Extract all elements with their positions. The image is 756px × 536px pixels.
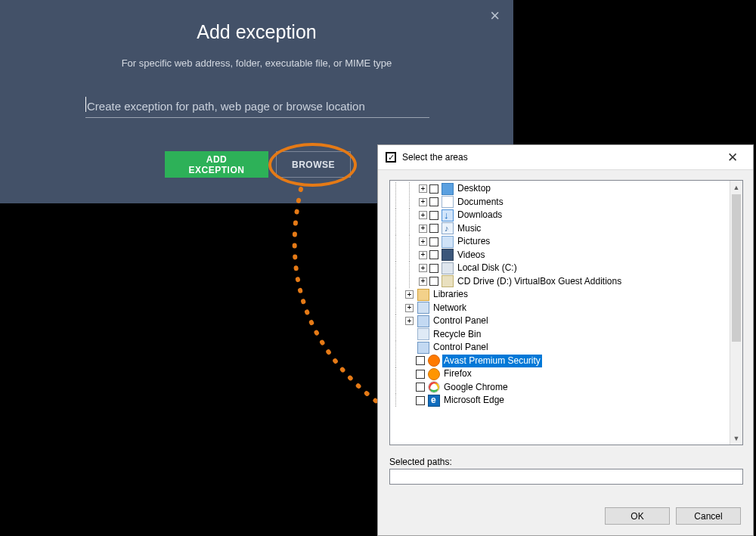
tree-item-label[interactable]: Avast Premium Security	[442, 355, 542, 368]
checkbox[interactable]	[429, 264, 438, 273]
tree-item[interactable]: Google Chrome	[392, 381, 623, 395]
tree-guide	[395, 341, 404, 354]
tree-item-label[interactable]: Control Panel	[432, 314, 490, 328]
checkbox-icon	[386, 152, 396, 163]
tree-item-label[interactable]: Desktop	[456, 182, 492, 196]
expander-icon[interactable]: +	[419, 264, 427, 272]
checkbox[interactable]	[429, 224, 438, 233]
tree-item[interactable]: Recycle Bin	[392, 328, 623, 342]
cd-icon	[442, 275, 454, 287]
button-row: ADD EXCEPTION BROWSE	[165, 151, 351, 178]
checkbox[interactable]	[429, 184, 438, 194]
tree-guide	[395, 288, 404, 301]
tree-scroll-area[interactable]: +Desktop+Documents+Downloads+Music+Pictu…	[390, 181, 730, 445]
tree-guide	[409, 222, 417, 235]
tree-guide	[395, 367, 404, 380]
modal-title: Add exception	[0, 21, 513, 43]
tree-item-label[interactable]: Videos	[456, 249, 486, 262]
expander-icon[interactable]: +	[405, 290, 414, 299]
disk-icon	[442, 262, 454, 274]
tree-item-label[interactable]: Microsoft Edge	[442, 394, 506, 407]
scroll-down-icon[interactable]: ▼	[730, 432, 742, 445]
tree-item[interactable]: +Control Panel	[392, 314, 623, 328]
checkbox[interactable]	[416, 396, 425, 405]
music-icon	[442, 222, 454, 234]
expander-icon[interactable]: +	[419, 277, 427, 286]
browse-dialog: Select the areas ✕ +Desktop+Documents+Do…	[377, 144, 754, 536]
modal-subtitle: For specific web address, folder, execut…	[0, 57, 513, 69]
tree-guide	[395, 209, 404, 222]
tree-item[interactable]: +Pictures	[392, 235, 623, 249]
tree-guide	[395, 302, 404, 314]
tree-guide	[395, 182, 404, 195]
tree-item[interactable]: +Downloads	[392, 209, 623, 222]
tree-guide	[409, 275, 417, 288]
expander-icon[interactable]: +	[419, 251, 427, 259]
tree-item-label[interactable]: Downloads	[456, 209, 503, 222]
tree-item[interactable]: Firefox	[392, 367, 623, 381]
tree-item[interactable]: Microsoft Edge	[392, 394, 623, 407]
expander-icon[interactable]: +	[419, 237, 427, 246]
tree-item-label[interactable]: Music	[456, 222, 482, 236]
exception-path-input[interactable]	[85, 95, 429, 118]
tree-item[interactable]: +Local Disk (C:)	[392, 262, 623, 275]
add-exception-button[interactable]: ADD EXCEPTION	[165, 151, 268, 178]
tree-item-label[interactable]: Documents	[456, 196, 505, 209]
tree-item-label[interactable]: Control Panel	[432, 341, 490, 355]
tree-item-label[interactable]: Firefox	[442, 367, 473, 381]
tree-item[interactable]: +Documents	[392, 196, 623, 209]
checkbox[interactable]	[429, 237, 438, 246]
tree-item-label[interactable]: Pictures	[456, 235, 491, 249]
tree-guide	[409, 196, 417, 209]
expander-icon[interactable]: +	[405, 317, 414, 325]
avast-icon	[428, 355, 440, 367]
selected-paths-input[interactable]	[389, 469, 743, 485]
lib-icon	[417, 289, 429, 301]
tree-guide	[395, 235, 404, 248]
close-icon[interactable]: ✕	[718, 148, 747, 167]
checkbox[interactable]	[416, 370, 425, 379]
cp-icon	[417, 342, 429, 354]
scrollbar[interactable]: ▲ ▼	[730, 181, 742, 445]
checkbox[interactable]	[429, 211, 438, 220]
dialog-titlebar: Select the areas ✕	[378, 145, 753, 170]
tree-item[interactable]: Avast Premium Security	[392, 355, 623, 368]
scrollbar-thumb[interactable]	[732, 194, 741, 342]
dialog-title: Select the areas	[402, 152, 718, 163]
scroll-up-icon[interactable]: ▲	[730, 181, 742, 194]
tree-item[interactable]: +Videos	[392, 249, 623, 262]
gc-icon	[428, 381, 440, 393]
tree-item-label[interactable]: Network	[432, 302, 468, 315]
tree-item-label[interactable]: Recycle Bin	[432, 328, 482, 342]
tree-item[interactable]: +Desktop	[392, 182, 623, 196]
tree-item[interactable]: +CD Drive (D:) VirtualBox Guest Addition…	[392, 275, 623, 289]
dialog-button-row: OK Cancel	[605, 507, 741, 525]
expander-icon[interactable]: +	[419, 184, 427, 193]
tree-item[interactable]: +Network	[392, 302, 623, 315]
tree-item-label[interactable]: Libraries	[432, 288, 469, 302]
expander-icon[interactable]: +	[419, 225, 427, 233]
cancel-button[interactable]: Cancel	[676, 507, 741, 525]
checkbox[interactable]	[416, 383, 425, 392]
pic-icon	[442, 236, 454, 248]
tree-item[interactable]: +Music	[392, 222, 623, 236]
browse-button[interactable]: BROWSE	[276, 151, 351, 178]
net-icon	[417, 302, 429, 314]
checkbox[interactable]	[429, 197, 438, 206]
tree-item-label[interactable]: Local Disk (C:)	[456, 262, 519, 275]
expander-icon[interactable]: +	[419, 211, 427, 219]
tree-item-label[interactable]: Google Chrome	[442, 381, 510, 395]
tree-guide	[395, 355, 404, 367]
expander-icon[interactable]: +	[419, 198, 427, 206]
tree-guide	[409, 249, 417, 262]
tree-item-label[interactable]: CD Drive (D:) VirtualBox Guest Additions	[456, 275, 623, 289]
ok-button[interactable]: OK	[605, 507, 670, 525]
checkbox[interactable]	[416, 356, 425, 365]
rec-icon	[417, 328, 429, 340]
checkbox[interactable]	[429, 277, 438, 286]
expander-icon[interactable]: +	[405, 304, 414, 312]
checkbox[interactable]	[429, 250, 438, 259]
doc-icon	[442, 196, 454, 208]
tree-item[interactable]: +Libraries	[392, 288, 623, 302]
tree-item[interactable]: Control Panel	[392, 341, 623, 355]
